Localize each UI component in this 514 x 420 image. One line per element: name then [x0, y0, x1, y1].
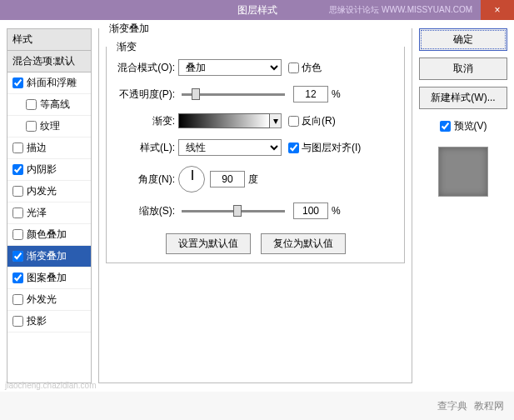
- blend-mode-select[interactable]: 叠加: [178, 59, 282, 76]
- style-label: 外发光: [27, 292, 57, 307]
- style-checkbox[interactable]: [26, 99, 37, 110]
- style-checkbox[interactable]: [12, 186, 23, 197]
- scale-input[interactable]: [293, 202, 328, 219]
- scale-thumb[interactable]: [233, 205, 242, 217]
- footer-brand2: 教程网: [474, 399, 504, 413]
- style-checkbox[interactable]: [12, 294, 23, 305]
- style-item[interactable]: 描边: [7, 138, 91, 159]
- reverse-input[interactable]: [288, 116, 299, 127]
- close-icon: ×: [494, 4, 500, 16]
- blend-mode-row: 混合模式(O): 叠加 仿色: [115, 58, 396, 77]
- gradient-label: 渐变:: [115, 114, 178, 128]
- style-checkbox[interactable]: [12, 164, 23, 175]
- opacity-thumb[interactable]: [192, 88, 200, 100]
- style-checkbox[interactable]: [12, 251, 23, 262]
- titlebar: 图层样式 思缘设计论坛 WWW.MISSYUAN.COM ×: [0, 0, 514, 20]
- blend-mode-label: 混合模式(O):: [115, 61, 178, 75]
- new-style-button[interactable]: 新建样式(W)...: [419, 87, 507, 109]
- reset-default-button[interactable]: 复位为默认值: [261, 233, 346, 254]
- ok-button[interactable]: 确定: [419, 28, 507, 51]
- center-panel: 渐变叠加 渐变 混合模式(O): 叠加 仿色 不透明度(P): % 渐变:: [98, 28, 412, 383]
- dither-checkbox[interactable]: 仿色: [288, 61, 322, 75]
- preview-thumbnail: [438, 147, 488, 197]
- gradient-row: 渐变: ▾ 反向(R): [115, 112, 396, 130]
- opacity-slider[interactable]: [182, 93, 285, 96]
- style-checkbox[interactable]: [12, 142, 23, 153]
- style-label: 等高线: [40, 98, 70, 112]
- dither-label: 仿色: [302, 61, 322, 75]
- style-item[interactable]: 图案叠加: [7, 268, 91, 289]
- style-item[interactable]: 颜色叠加: [7, 224, 91, 246]
- opacity-row: 不透明度(P): %: [115, 85, 396, 103]
- style-item[interactable]: 等高线: [7, 94, 91, 116]
- style-item[interactable]: 渐变叠加: [7, 246, 91, 268]
- default-buttons: 设置为默认值 复位为默认值: [115, 233, 396, 254]
- style-label: 图案叠加: [27, 271, 67, 285]
- dither-input[interactable]: [288, 62, 299, 73]
- scale-slider[interactable]: [182, 210, 285, 212]
- style-label: 光泽: [27, 206, 47, 220]
- style-checkbox[interactable]: [12, 208, 23, 218]
- style-label: 渐变叠加: [27, 249, 67, 263]
- main-content: 样式 混合选项:默认 斜面和浮雕等高线纹理描边内阴影内发光光泽颜色叠加渐变叠加图…: [0, 20, 514, 392]
- align-input[interactable]: [288, 142, 299, 153]
- style-row: 样式(L): 线性 与图层对齐(I): [115, 138, 396, 157]
- style-label: 斜面和浮雕: [27, 76, 77, 90]
- scale-row: 缩放(S): %: [115, 202, 396, 220]
- style-checkbox[interactable]: [12, 272, 23, 283]
- styles-header[interactable]: 样式: [7, 29, 91, 51]
- close-button[interactable]: ×: [481, 0, 514, 20]
- angle-unit: 度: [248, 172, 258, 187]
- reverse-checkbox[interactable]: 反向(R): [288, 114, 336, 128]
- style-label: 样式(L):: [115, 141, 178, 155]
- angle-input[interactable]: [210, 171, 245, 188]
- style-label: 纹理: [40, 119, 60, 133]
- style-item[interactable]: 内阴影: [7, 159, 91, 181]
- style-label: 内阴影: [27, 162, 57, 177]
- gradient-group: 渐变 混合模式(O): 叠加 仿色 不透明度(P): % 渐变: ▾: [106, 47, 405, 263]
- angle-row: 角度(N): 度: [115, 165, 396, 193]
- style-item[interactable]: 内发光: [7, 181, 91, 202]
- align-checkbox[interactable]: 与图层对齐(I): [288, 141, 361, 155]
- align-label: 与图层对齐(I): [302, 141, 361, 155]
- style-checkbox[interactable]: [12, 229, 23, 240]
- opacity-label: 不透明度(P):: [115, 88, 178, 102]
- inner-title: 渐变: [113, 40, 140, 54]
- style-checkbox[interactable]: [12, 316, 23, 327]
- scale-label: 缩放(S):: [115, 204, 178, 218]
- reverse-label: 反向(R): [302, 114, 336, 128]
- style-item[interactable]: 投影: [7, 311, 91, 332]
- preview-input[interactable]: [440, 121, 451, 132]
- style-item[interactable]: 光泽: [7, 202, 91, 224]
- opacity-input[interactable]: [293, 86, 328, 102]
- style-label: 颜色叠加: [27, 228, 67, 242]
- style-item[interactable]: 外发光: [7, 289, 91, 311]
- blend-options-header[interactable]: 混合选项:默认: [7, 51, 91, 72]
- style-item[interactable]: 纹理: [7, 116, 91, 138]
- styles-panel: 样式 混合选项:默认 斜面和浮雕等高线纹理描边内阴影内发光光泽颜色叠加渐变叠加图…: [7, 28, 92, 383]
- preview-checkbox[interactable]: 预览(V): [419, 119, 507, 133]
- style-checkbox[interactable]: [12, 78, 23, 88]
- style-label: 投影: [27, 314, 47, 328]
- style-item[interactable]: 斜面和浮雕: [7, 72, 91, 94]
- right-panel: 确定 取消 新建样式(W)... 预览(V): [419, 28, 507, 383]
- set-default-button[interactable]: 设置为默认值: [166, 233, 251, 254]
- preview-label: 预览(V): [454, 119, 487, 133]
- angle-dial[interactable]: [178, 166, 205, 192]
- cancel-button[interactable]: 取消: [419, 58, 507, 80]
- style-select[interactable]: 线性: [178, 139, 282, 156]
- group-title: 渐变叠加: [106, 22, 152, 36]
- site-credit: 思缘设计论坛 WWW.MISSYUAN.COM: [329, 4, 472, 16]
- gradient-dropdown[interactable]: ▾: [270, 113, 282, 128]
- gradient-preview[interactable]: [178, 113, 270, 128]
- style-label: 内发光: [27, 184, 57, 198]
- watermark-url: jiaocheng.chazidian.com: [5, 381, 97, 390]
- scale-pct: %: [332, 205, 341, 217]
- opacity-pct: %: [332, 88, 341, 100]
- chevron-down-icon: ▾: [273, 115, 278, 127]
- footer: 查字典 教程网: [0, 392, 514, 420]
- style-label: 描边: [27, 141, 47, 155]
- footer-brand1: 查字典: [437, 399, 467, 413]
- angle-label: 角度(N):: [115, 172, 178, 187]
- style-checkbox[interactable]: [26, 121, 37, 132]
